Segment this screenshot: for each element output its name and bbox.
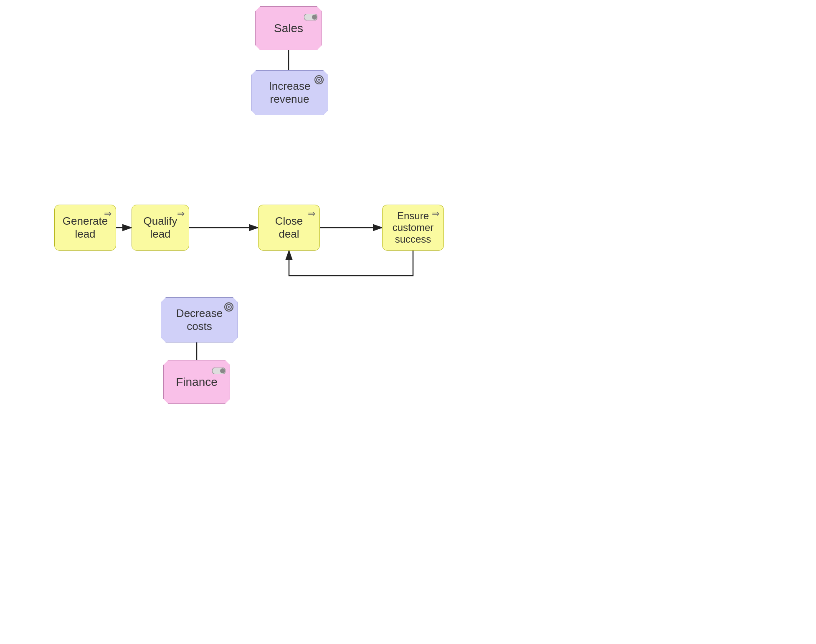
- arrow-right-icon-2: ⇒: [177, 208, 185, 219]
- ensure-customer-success-node[interactable]: ⇒ Ensure customer success: [382, 205, 444, 251]
- target-icon: [314, 74, 324, 87]
- qualify-lead-node[interactable]: ⇒ Qualify lead: [132, 205, 189, 251]
- increase-revenue-node[interactable]: Increase revenue: [251, 70, 328, 115]
- svg-point-14: [228, 306, 230, 308]
- arrow-right-icon-4: ⇒: [432, 208, 439, 219]
- sales-label: Sales: [274, 22, 303, 35]
- arrow-right-icon: ⇒: [104, 208, 112, 219]
- connections-layer: [0, 0, 816, 644]
- close-deal-label: Close deal: [264, 215, 314, 241]
- svg-point-16: [220, 368, 225, 373]
- target-icon-2: [224, 301, 233, 314]
- svg-point-8: [312, 15, 317, 20]
- increase-revenue-label: Increase revenue: [256, 80, 323, 106]
- toggle-icon-2: [212, 364, 226, 377]
- svg-point-11: [318, 79, 320, 81]
- diagram-canvas: Sales Increase revenue ⇒ Generate lead ⇒…: [0, 0, 816, 644]
- finance-node[interactable]: Finance: [163, 360, 230, 404]
- finance-label: Finance: [176, 375, 218, 389]
- ensure-customer-success-label: Ensure customer success: [388, 210, 438, 245]
- decrease-costs-label: Decrease costs: [166, 307, 233, 333]
- generate-lead-node[interactable]: ⇒ Generate lead: [54, 205, 116, 251]
- sales-node[interactable]: Sales: [255, 6, 322, 50]
- toggle-icon: [304, 10, 317, 23]
- generate-lead-label: Generate lead: [60, 215, 111, 241]
- close-deal-node[interactable]: ⇒ Close deal: [258, 205, 320, 251]
- decrease-costs-node[interactable]: Decrease costs: [161, 297, 238, 342]
- arrow-right-icon-3: ⇒: [308, 208, 315, 219]
